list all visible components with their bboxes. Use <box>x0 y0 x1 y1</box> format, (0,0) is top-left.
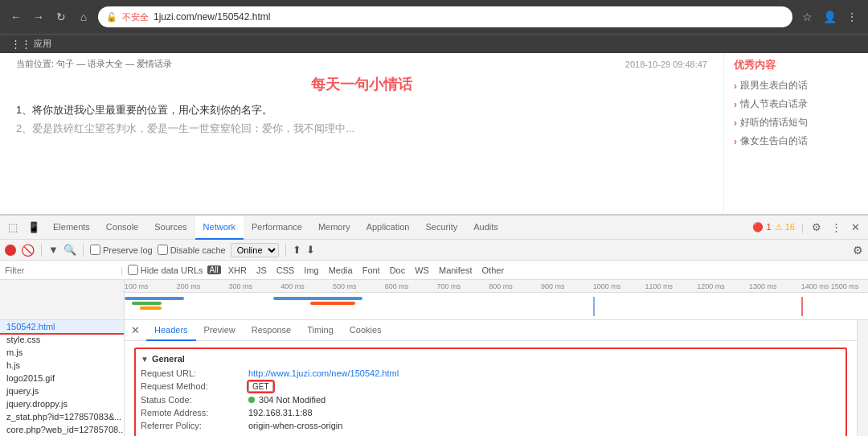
request-url-row: Request URL: http://www.1juzi.com/new/15… <box>141 368 841 378</box>
file-item-3[interactable]: h.js <box>0 359 124 372</box>
tick-1000ms: 1000 ms <box>593 282 621 290</box>
filter-type-ws[interactable]: WS <box>412 265 432 276</box>
filter-type-js[interactable]: JS <box>254 265 269 276</box>
separator-2 <box>83 244 84 257</box>
tick-1100ms: 1100 ms <box>645 282 674 290</box>
file-list[interactable]: 150542.html style.css m.js h.js logo2015… <box>0 320 125 436</box>
address-bar[interactable]: 🔓 不安全 1juzi.com/new/150542.html <box>98 6 792 27</box>
request-method-row: Request Method: GET <box>141 381 841 392</box>
filter-type-xhr[interactable]: XHR <box>226 265 249 276</box>
tick-700ms: 700 ms <box>437 282 461 290</box>
tab-console[interactable]: Console <box>98 216 146 240</box>
referrer-policy-val: origin-when-cross-origin <box>248 421 342 430</box>
close-details-button[interactable]: ✕ <box>131 324 140 336</box>
details-tab-headers[interactable]: Headers <box>146 320 196 341</box>
file-item-7[interactable]: z_stat.php?id=127857083&... <box>0 410 124 423</box>
tab-sources[interactable]: Sources <box>146 216 194 240</box>
tab-application[interactable]: Application <box>358 216 418 240</box>
sidebar-link-2[interactable]: 好听的情话短句 <box>734 116 858 130</box>
hide-data-urls-checkbox[interactable] <box>128 265 138 275</box>
tab-security[interactable]: Security <box>417 216 465 240</box>
clear-button[interactable]: 🚫 <box>21 244 35 257</box>
bookmark-star-button[interactable]: ☆ <box>797 7 817 27</box>
hide-data-urls-text: Hide data URLs <box>141 265 203 275</box>
apps-icon: ⋮⋮ <box>10 38 31 50</box>
back-button[interactable]: ← <box>6 7 26 27</box>
page-right: 优秀内容 跟男生表白的话 情人节表白话录 好听的情话短句 像女生告白的话 <box>723 53 868 214</box>
track-bar-3 <box>140 306 162 310</box>
file-item-1[interactable]: style.css <box>0 333 124 346</box>
filter-type-other[interactable]: Other <box>480 265 507 276</box>
page-text-2: 2、爱是跌碎红尘望苍判水，爱是一生一世窒窒轮回：爱你，我不闻理中... <box>16 119 707 138</box>
device-mode-button[interactable]: 📱 <box>23 218 45 237</box>
export-har-button[interactable]: ⬇ <box>306 244 315 256</box>
disable-cache-label[interactable]: Disable cache <box>158 245 226 255</box>
details-tab-cookies[interactable]: Cookies <box>342 320 390 341</box>
apps-label: 应用 <box>34 38 51 50</box>
sidebar-link-0[interactable]: 跟男生表白的话 <box>734 79 858 93</box>
request-url-val[interactable]: http://www.1juzi.com/new/150542.html <box>248 368 399 378</box>
file-item-8[interactable]: core.php?web_id=12785708... <box>0 423 124 436</box>
tab-elements[interactable]: Elements <box>45 216 98 240</box>
filter-type-img[interactable]: Img <box>301 265 321 276</box>
preserve-log-checkbox[interactable] <box>90 245 100 255</box>
tick-500ms: 500 ms <box>333 282 357 290</box>
sidebar-link-1[interactable]: 情人节表白话录 <box>734 97 858 111</box>
more-tools-button[interactable]: ⋮ <box>826 218 846 237</box>
track-bar-7 <box>801 297 803 316</box>
status-code-val: 304 Not Modified <box>248 395 326 405</box>
general-section-title[interactable]: ▼ General <box>141 354 841 364</box>
preserve-log-label[interactable]: Preserve log <box>90 245 153 255</box>
file-item-0[interactable]: 150542.html <box>0 320 124 333</box>
devtools: ⬚ 📱 Elements Console Sources Network Per… <box>0 214 868 436</box>
forward-button[interactable]: → <box>29 7 48 27</box>
home-button[interactable]: ⌂ <box>74 7 93 27</box>
file-item-6[interactable]: jquery.droppy.js <box>0 397 124 410</box>
import-har-button[interactable]: ⬆ <box>293 244 301 256</box>
search-button[interactable]: 🔍 <box>63 244 76 256</box>
timeline-chart: 100 ms 200 ms 300 ms 400 ms 500 ms 600 m… <box>125 280 868 319</box>
reload-button[interactable]: ↻ <box>51 7 71 27</box>
filter-input[interactable] <box>5 265 116 275</box>
details-content: ▼ General Request URL: http://www.1juzi.… <box>125 341 857 436</box>
filter-type-manifest[interactable]: Manifest <box>436 265 475 276</box>
disable-cache-checkbox[interactable] <box>158 245 168 255</box>
breadcrumb-row: 当前位置: 句子 — 语录大全 — 爱情话录 2018-10-29 09:48:… <box>16 58 707 70</box>
filter-type-css[interactable]: CSS <box>274 265 297 276</box>
filter-button[interactable]: ▼ <box>48 244 59 256</box>
file-item-5[interactable]: jquery.js <box>0 385 124 397</box>
inspect-element-button[interactable]: ⬚ <box>3 218 23 237</box>
sidebar-link-3[interactable]: 像女生告白的话 <box>734 134 858 148</box>
file-item-2[interactable]: m.js <box>0 346 124 359</box>
referrer-policy-key: Referrer Policy: <box>141 421 245 430</box>
tick-200ms: 200 ms <box>177 282 201 290</box>
close-devtools-button[interactable]: ✕ <box>846 218 865 237</box>
hide-data-urls-label[interactable]: Hide data URLs All <box>128 265 221 275</box>
details-tab-preview[interactable]: Preview <box>196 320 244 341</box>
apps-bookmark[interactable]: ⋮⋮ 应用 <box>6 36 55 51</box>
details-tab-response[interactable]: Response <box>244 320 300 341</box>
tick-900ms: 900 ms <box>541 282 565 290</box>
profile-button[interactable]: 👤 <box>820 7 839 27</box>
throttle-select[interactable]: Online <box>231 243 279 257</box>
tab-network[interactable]: Network <box>195 216 244 240</box>
details-panel: ✕ Headers Preview Response Timing Cookie… <box>125 320 857 436</box>
general-title-text: General <box>152 354 185 364</box>
file-item-4[interactable]: logo2015.gif <box>0 372 124 385</box>
tab-audits[interactable]: Audits <box>465 216 506 240</box>
filter-type-media[interactable]: Media <box>326 265 355 276</box>
track-bar-2 <box>132 302 162 305</box>
record-button[interactable] <box>5 245 16 256</box>
breadcrumb: 当前位置: 句子 — 语录大全 — 爱情话录 <box>16 58 172 70</box>
filter-type-font[interactable]: Font <box>360 265 383 276</box>
tab-performance[interactable]: Performance <box>244 216 310 240</box>
settings-button[interactable]: ⚙ <box>807 218 826 237</box>
details-tab-timing[interactable]: Timing <box>299 320 342 341</box>
filter-type-doc[interactable]: Doc <box>387 265 408 276</box>
menu-button[interactable]: ⋮ <box>842 7 862 27</box>
request-url-key: Request URL: <box>141 368 245 378</box>
network-settings-button[interactable]: ⚙ <box>853 244 863 257</box>
tab-memory[interactable]: Memory <box>310 216 358 240</box>
error-count: 🔴 1 <box>752 222 771 232</box>
right-scrollbar[interactable] <box>857 320 868 436</box>
